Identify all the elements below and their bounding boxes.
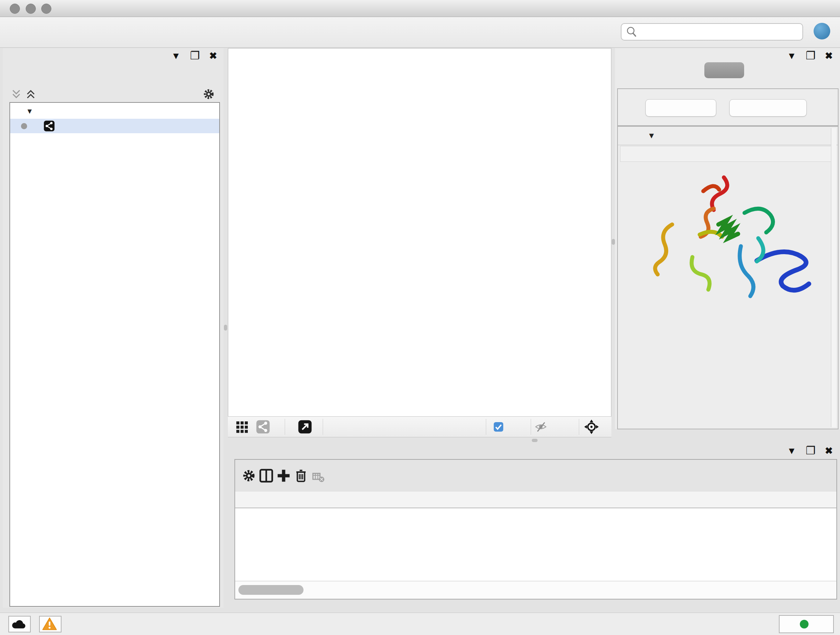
delete-column-icon[interactable] [293,468,309,484]
title-bar [0,0,840,17]
network-share-icon [43,120,55,132]
search-field[interactable] [621,23,803,41]
network-list: ▼ [9,102,220,607]
window-close-icon[interactable] [10,4,20,14]
left-splitter-handle[interactable] [224,325,227,331]
warning-button[interactable] [39,616,62,632]
add-column-icon[interactable] [276,468,292,484]
right-splitter-handle[interactable] [612,239,615,245]
show-columns-icon[interactable] [258,468,274,484]
toolbar-divider [486,419,486,435]
node-table [235,492,836,581]
protein-description [620,146,834,162]
string-network-graph[interactable] [228,49,611,417]
protein-card-header[interactable]: ▼ [618,127,838,145]
delete-table-icon-disabled [312,470,325,484]
network-current-dot-icon [21,123,27,129]
toolbar-divider [579,419,579,435]
memory-button[interactable] [779,615,834,633]
memory-status-dot-icon [800,620,808,629]
table-horizontal-scrollbar[interactable] [235,581,836,599]
collapse-triangle-icon[interactable]: ▼ [647,131,655,141]
scrollbar-thumb[interactable] [238,585,303,595]
horizontal-splitter-handle[interactable] [532,439,538,442]
results-panel-window-controls: ▼ ❐ ✖ [787,51,833,60]
protein-structure-image [650,169,820,314]
selected-checkbox-icon[interactable] [493,421,504,432]
table-gear-icon[interactable] [241,468,257,484]
table-panel-body [234,459,837,600]
panel-float-icon[interactable]: ❐ [806,51,815,60]
table-panel: ▼ ❐ ✖ [232,445,840,600]
toolbar-divider [285,419,285,435]
tree-expander-icon[interactable]: ▼ [26,107,33,116]
hidden-eye-slash-icon[interactable] [534,421,547,433]
network-row-selected[interactable] [10,119,219,133]
panel-close-icon[interactable]: ✖ [825,446,833,455]
protein-card: ▼ [617,126,838,429]
status-bar [0,613,840,635]
toolbar-divider [323,419,323,435]
birdseye-grid-icon[interactable] [235,420,249,434]
results-panel: ▼ ❐ ✖ ▼ [615,48,840,429]
collapse-all-button[interactable] [729,99,807,117]
window-zoom-icon[interactable] [41,4,51,14]
collapse-all-icon[interactable] [11,89,22,99]
panel-close-icon[interactable]: ✖ [209,51,217,60]
open-in-new-icon[interactable] [298,420,312,434]
panel-float-icon[interactable]: ❐ [806,446,815,455]
panel-dropdown-icon[interactable]: ▼ [787,51,797,60]
expand-all-icon[interactable] [25,89,36,99]
panel-dropdown-icon[interactable]: ▼ [787,446,797,455]
cloud-icon [11,618,27,630]
table-panel-window-controls: ▼ ❐ ✖ [787,446,833,455]
main-toolbar [0,17,840,48]
gear-icon[interactable] [202,87,216,101]
warning-icon [42,617,57,631]
search-icon [624,25,639,39]
window-minimize-icon[interactable] [26,4,36,14]
network-collection-row[interactable]: ▼ [10,105,219,119]
help-button[interactable] [813,23,830,40]
tab-string[interactable] [704,62,744,78]
control-panel-window-controls: ▼ ❐ ✖ [172,51,217,60]
results-scrollbar[interactable] [831,128,836,427]
search-input[interactable] [639,26,802,38]
network-share-gray-icon[interactable] [256,420,270,434]
node-table-header [235,492,836,508]
network-view-toolbar [228,416,611,437]
cytoscape-window: ▼ ❐ ✖ ▼ [0,0,840,635]
panel-dropdown-icon[interactable]: ▼ [172,51,181,60]
cloud-button[interactable] [8,616,31,632]
network-selection-bar [3,87,224,101]
results-actions-box [617,88,838,126]
panel-float-icon[interactable]: ❐ [190,51,200,60]
control-panel: ▼ ❐ ✖ ▼ [3,48,224,608]
fit-content-target-icon[interactable] [584,420,599,434]
expand-all-button[interactable] [645,99,716,117]
network-view-canvas[interactable] [228,48,611,417]
panel-close-icon[interactable]: ✖ [825,51,833,60]
